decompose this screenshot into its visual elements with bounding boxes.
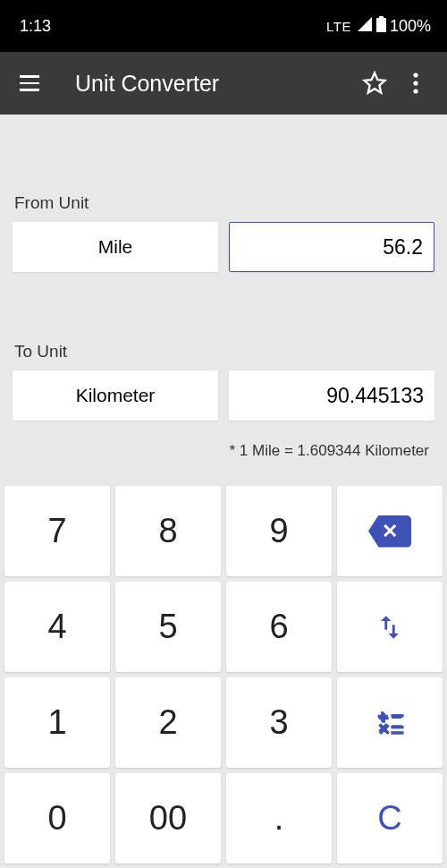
calculate-icon [375,708,405,738]
key-3[interactable]: 3 [226,677,332,768]
key-4[interactable]: 4 [4,582,110,672]
from-unit-select[interactable]: Mile [13,222,218,272]
status-time: 1:13 [20,17,51,36]
key-6[interactable]: 6 [226,582,332,672]
svg-rect-0 [376,18,386,32]
conversion-rate-note: * 1 Mile = 1.609344 Kilometer [13,442,434,460]
battery-icon [376,16,386,37]
app-title: Unit Converter [75,71,354,97]
svg-rect-7 [378,714,388,718]
swap-vert-icon [375,612,405,642]
from-row: Mile 56.2 [13,222,434,272]
key-backspace[interactable]: ✕ [337,486,443,576]
more-menu-button[interactable] [395,63,436,104]
key-1[interactable]: 1 [4,677,110,768]
key-00[interactable]: 00 [115,773,221,864]
from-unit-label: From Unit [14,193,434,213]
svg-rect-5 [391,714,403,718]
key-calculator[interactable] [337,677,443,768]
to-unit-select[interactable]: Kilometer [13,370,218,421]
key-clear[interactable]: C [337,773,443,864]
svg-point-4 [413,89,417,93]
svg-point-2 [413,72,417,77]
key-7[interactable]: 7 [4,486,110,576]
key-0[interactable]: 0 [4,773,110,864]
key-swap[interactable] [337,582,443,672]
star-outline-icon [362,71,387,96]
app-bar: Unit Converter [0,52,447,115]
backspace-icon: ✕ [368,515,411,548]
content-area: From Unit Mile 56.2 To Unit Kilometer 90… [0,115,447,460]
status-right: LTE 100% [326,16,431,37]
key-8[interactable]: 8 [115,486,221,576]
from-value-input[interactable]: 56.2 [229,222,434,272]
to-unit-label: To Unit [14,342,434,362]
key-9[interactable]: 9 [226,486,332,576]
network-lte-label: LTE [326,19,351,34]
battery-pct: 100% [390,17,431,36]
more-vert-icon [413,72,418,94]
to-row: Kilometer 90.445133 [13,370,434,421]
svg-rect-8 [391,725,403,728]
status-bar: 1:13 LTE 100% [0,0,447,52]
svg-point-3 [413,81,417,85]
svg-rect-1 [379,16,384,19]
key-5[interactable]: 5 [115,582,221,672]
to-value-output: 90.445133 [229,370,434,421]
signal-icon [357,17,373,36]
menu-icon[interactable] [20,71,45,96]
key-2[interactable]: 2 [115,677,221,768]
favorite-button[interactable] [354,63,395,104]
keypad: 7 8 9 ✕ 4 5 6 1 2 3 0 00 . C [0,481,447,868]
key-dot[interactable]: . [226,773,332,864]
svg-rect-9 [391,731,403,735]
